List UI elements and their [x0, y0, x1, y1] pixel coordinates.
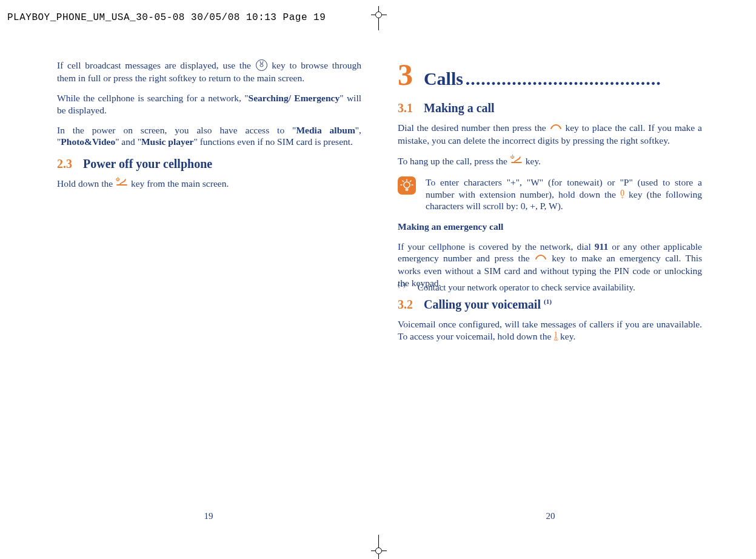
- text: If your cellphone is covered by the netw…: [398, 241, 595, 252]
- end-key-icon: ⏻: [510, 155, 523, 167]
- one-key-icon: 1oo: [554, 332, 558, 342]
- section-number: 3.2: [398, 298, 413, 311]
- section-title: Power off your cellphone: [83, 157, 212, 170]
- text: In the power on screen, you also have ac…: [57, 125, 296, 135]
- footnote-ref: (1): [544, 298, 552, 305]
- para-holddown: Hold down the ⏻ key from the main screen…: [57, 178, 361, 191]
- section-number: 2.3: [57, 157, 72, 170]
- text-bold: Media album: [296, 125, 355, 135]
- chapter-dots: ......................................: [466, 67, 661, 90]
- section-title: Calling your voicemail: [424, 298, 544, 311]
- crop-mark-bottom: [371, 535, 387, 559]
- section-title: Making a call: [424, 101, 495, 115]
- chapter-heading: 3 Calls ................................…: [398, 59, 702, 91]
- text: " functions even if no SIM card is prese…: [194, 136, 353, 147]
- text: To hang up the call, press the: [398, 156, 510, 166]
- text: key from the main screen.: [131, 178, 229, 189]
- tip-box: To enter characters "+", "W" (for tonewa…: [398, 176, 702, 212]
- text-bold: Searching/ Emergency: [249, 93, 340, 103]
- emergency-heading: Making an emergency call: [398, 221, 702, 232]
- call-key-icon: [535, 252, 547, 264]
- text: Voicemail once configured, will take mes…: [398, 319, 702, 341]
- para-voicemail: Voicemail once configured, will take mes…: [398, 318, 702, 342]
- page-19: If cell broadcast messages are displayed…: [57, 59, 361, 199]
- tip-bulb-icon: [398, 176, 416, 195]
- page-number-left: 19: [196, 511, 221, 521]
- text: Hold down the: [57, 178, 115, 189]
- svg-point-2: [404, 182, 410, 188]
- text: While the cellphone is searching for a n…: [57, 93, 249, 103]
- text: " and ": [115, 136, 141, 147]
- section-2-3-heading: 2.3Power off your cellphone: [57, 156, 361, 172]
- svg-text:⏻: ⏻: [116, 177, 120, 182]
- footnote: (1)Contact your network operator to chec…: [398, 281, 635, 293]
- print-header: PLAYBOY_PHONE_UM_USA_30-05-08 30/05/08 1…: [7, 12, 326, 23]
- para-poweron: In the power on screen, you also have ac…: [57, 124, 361, 148]
- footnote-text: Contact your network operator to check s…: [418, 283, 635, 292]
- chapter-title: Calls: [424, 67, 463, 90]
- end-key-icon: ⏻: [116, 177, 128, 189]
- text-bold: Music player: [141, 136, 194, 147]
- text: Dial the desired number then press the: [398, 122, 549, 133]
- section-3-2-heading: 3.2Calling your voicemail (1): [398, 297, 702, 312]
- call-key-icon: [550, 122, 562, 133]
- crop-mark-top: [371, 6, 387, 30]
- section-number: 3.1: [398, 101, 413, 115]
- text: If cell broadcast messages are displayed…: [57, 60, 255, 70]
- para-broadcast: If cell broadcast messages are displayed…: [57, 59, 361, 84]
- zero-key-icon: 0+: [620, 190, 624, 199]
- section-3-1-heading: 3.1Making a call: [398, 101, 702, 116]
- para-searching: While the cellphone is searching for a n…: [57, 92, 361, 116]
- footnote-marker: (1): [398, 281, 406, 288]
- bunny-key-icon: [256, 59, 267, 71]
- chapter-number: 3: [398, 59, 413, 90]
- tip-text: To enter characters "+", "W" (for tonewa…: [426, 176, 702, 212]
- text-bold: 911: [595, 241, 608, 252]
- text: key.: [560, 331, 575, 341]
- para-dial: Dial the desired number then press the k…: [398, 122, 702, 147]
- text-bold: Photo&Video: [61, 136, 115, 147]
- page-number-right: 20: [538, 511, 563, 521]
- text: key.: [526, 156, 541, 166]
- svg-text:⏻: ⏻: [510, 155, 515, 159]
- page-20: 3 Calls ................................…: [398, 59, 702, 350]
- para-hangup: To hang up the call, press the ⏻ key.: [398, 155, 702, 169]
